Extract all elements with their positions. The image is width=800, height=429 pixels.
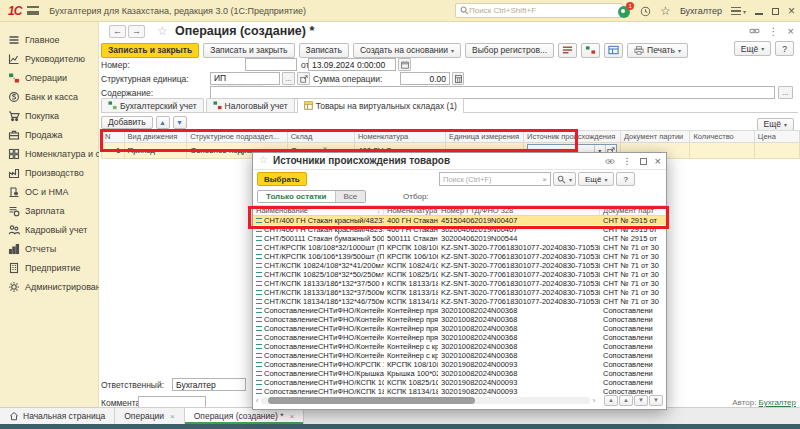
responsible-input[interactable] [172,378,246,391]
search-options-button[interactable]: ▾ [553,172,576,186]
list-item[interactable]: СопоставлениеСНТиФНО/КСПК 10825/108*82*5… [253,378,666,387]
dialog-column-header[interactable]: Наименование↓ [253,206,384,215]
table-more-button[interactable]: Ещё▾ [757,118,794,131]
page-up-button[interactable]: ▲ [619,395,633,406]
sum-input[interactable] [400,72,450,85]
list-item[interactable]: СопоставлениеСНТиФНО/Контейнер с крышк..… [253,342,666,351]
go-first-button[interactable]: ▲ [604,395,618,406]
list-item[interactable]: СНТ/500111 Стакан бумажный 500 мл. Big C… [253,234,666,243]
main-menu-icon[interactable] [27,6,39,15]
create-based-on-button[interactable]: Создать на основании▾ [353,43,461,58]
sidebar-item-rukovoditelyu[interactable]: Руководителю [0,49,98,68]
list-item[interactable]: СНТ/400 ГН Стакан красный/4823709000/1/2… [253,225,666,234]
sidebar-item-glavnoe[interactable]: Главное [0,30,98,49]
document-movements-button[interactable] [604,43,623,58]
column-header[interactable]: Номенклатура [354,131,445,143]
list-item[interactable]: СопоставлениеСНТиФНО/КРСПК 108/108*32/10… [253,360,666,369]
get-link-icon[interactable] [749,26,760,36]
calculator-icon[interactable] [452,72,464,85]
column-header[interactable]: Цена [754,131,799,143]
scroll-right-icon[interactable]: › [593,397,595,404]
sidebar-item-otchety[interactable]: Отчеты [0,239,98,258]
list-item[interactable]: СНТ/400 ГН Стакан красный/4823709000/1/2… [253,216,666,225]
dialog-search[interactable]: × [439,172,551,186]
search-input[interactable] [469,6,618,15]
save-and-close-secondary-button[interactable]: Записать и закрыть [203,43,294,58]
dialog-help-button[interactable]: ? [616,172,634,186]
column-header[interactable]: Структурное подраздел... [187,131,288,143]
notifications-icon[interactable]: 1 [618,5,631,18]
column-header[interactable]: Источник происхождения [524,131,621,143]
list-item[interactable]: СНТ/КСПК 10824/108*32*41/200мл/1000шт/Пр… [253,261,666,270]
author-link[interactable]: Бухгалтер [759,398,796,407]
dialog-more-button[interactable]: Ещё▾ [578,172,614,186]
column-header[interactable]: Единица измерения [445,131,523,143]
taskbar-tab-home[interactable]: Начальная страница [0,408,115,424]
sidebar-item-nomenklatura-i-sklad[interactable]: Номенклатура и склад [0,144,98,163]
tab-tax[interactable]: Налоговый учет [206,98,295,112]
sidebar-item-predpriyatie[interactable]: Предприятие [0,258,98,277]
date-input[interactable] [308,58,396,71]
dialog-search-input[interactable] [443,175,542,184]
dialog-close-icon[interactable]: × [655,155,661,167]
list-item[interactable]: СНТ/КСПК 10825/108*32*50/250мл/1000шт/Пр… [253,270,666,279]
list-item[interactable]: СопоставлениеСНТиФНО/Крышка 100*02 /100/… [253,369,666,378]
taskbar-tab-operations[interactable]: Операции× [115,408,184,424]
move-down-icon[interactable]: ▼ [173,116,187,129]
close-tab-icon[interactable]: × [290,412,295,421]
sidebar-item-pokupka[interactable]: Покупка [0,106,98,125]
scrollbar-thumb[interactable] [268,397,475,404]
favorites-star-icon[interactable]: ☆ [660,6,671,16]
list-item[interactable]: СопоставлениеСНТиФНО/Контейнер с крышк..… [253,351,666,360]
list-item[interactable]: СНТ/КСПК 18133/186*132*37/500 мл/500шт (… [253,279,666,288]
cell-kind[interactable]: Приход [124,143,187,159]
window-minimize-button[interactable] [755,13,763,15]
sidebar-item-proizvodstvo[interactable]: Производство [0,163,98,182]
dialog-column-header[interactable]: Документ парт [600,206,666,215]
page-down-button[interactable]: ▼ [634,395,648,406]
close-tab-icon[interactable]: × [170,412,175,421]
tab-accounting[interactable]: Бухгалтерский учет [101,98,204,112]
number-input[interactable] [245,58,297,71]
column-header[interactable]: Документ партии [620,131,690,143]
column-header[interactable]: Склад [287,131,354,143]
cell-price[interactable] [754,143,799,159]
dialog-maximize-icon[interactable] [640,158,647,165]
unit-open-icon[interactable] [297,72,310,85]
window-close-button[interactable]: × [788,6,795,16]
list-item[interactable]: СопоставлениеСНТиФНО/Контейнер прямоуг..… [253,306,666,315]
go-last-button[interactable]: ▼ [649,395,663,406]
register-records-button[interactable] [558,43,577,58]
forward-button[interactable]: → [128,25,145,38]
dialog-favorite-star-icon[interactable]: ☆ [259,154,268,165]
global-search[interactable] [455,3,623,18]
sidebar-item-kadrovyj-uchet[interactable]: Кадровый учет [0,220,98,239]
tab-goods[interactable]: Товары на виртуальных складах (1) [297,98,464,112]
column-header[interactable]: Вид движения [124,131,187,143]
list-item[interactable]: СопоставлениеСНТиФНО/Контейнер прямоуг..… [253,333,666,342]
sidebar-item-zarplata[interactable]: Зарплата [0,201,98,220]
scroll-left-icon[interactable]: ‹ [256,397,258,404]
dialog-link-icon[interactable] [605,157,615,166]
sidebar-item-os-i-nma[interactable]: ОС и НМА [0,182,98,201]
current-user[interactable]: Бухгалтер [680,6,722,16]
print-button[interactable]: Печать▾ [627,43,688,58]
window-maximize-button[interactable] [772,8,779,15]
list-item[interactable]: СНТ/КСПК 18133/186*132*37/500мл/500шт/Пр… [253,288,666,297]
calendar-icon[interactable] [398,58,411,71]
all-toggle[interactable]: Все [335,191,366,202]
save-and-close-button[interactable]: Записать и закрыть [101,43,199,58]
register-selection-button[interactable]: Выбор регистров... [465,43,554,58]
column-header[interactable]: Количество [690,131,754,143]
add-row-button[interactable]: Добавить [101,116,153,129]
unit-choose-button[interactable]: ... [282,72,295,85]
list-item[interactable]: СНТ/КРСПК 108/108*32/1000шт (Прозрачный)… [253,243,666,252]
sidebar-item-prodazha[interactable]: Продажа [0,125,98,144]
list-item[interactable]: СопоставлениеСНТиФНО/Контейнер прямоуг..… [253,315,666,324]
move-up-icon[interactable]: ▲ [156,116,170,129]
unit-field[interactable]: ИП [210,72,280,85]
close-form-icon[interactable]: × [788,25,794,37]
clear-search-icon[interactable]: × [542,175,547,184]
scrollbar-track[interactable] [261,397,589,404]
cell-n[interactable]: 1 [102,143,125,159]
